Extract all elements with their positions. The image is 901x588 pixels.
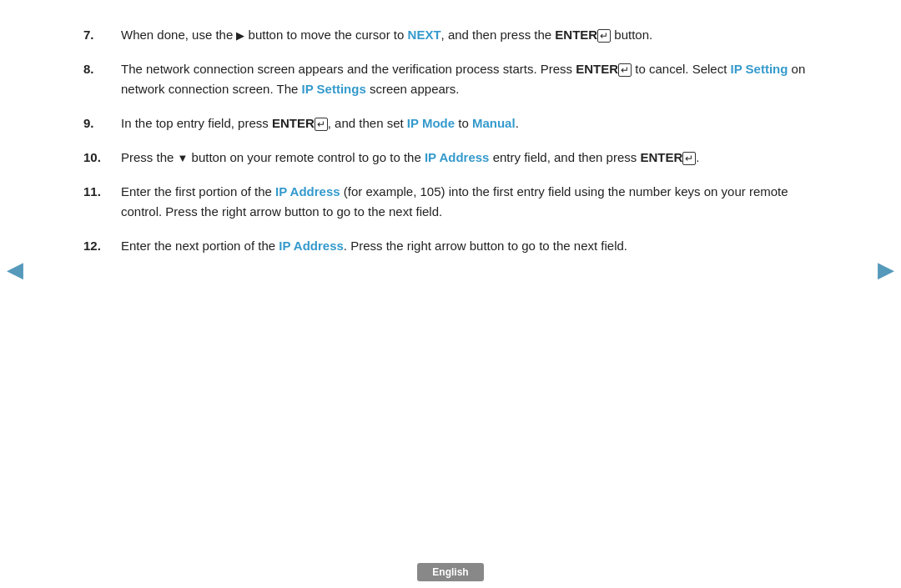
item-number-8: 8. [83,59,121,78]
enter-icon-9: ↵ [315,118,328,131]
item-text-9: In the top entry field, press ENTER↵, an… [121,113,818,133]
manual-link: Manual [472,116,516,130]
right-arrow-symbol: ▶ [236,29,244,42]
list-item: 7. When done, use the ▶ button to move t… [83,25,818,44]
list-item: 10. Press the ▼ button on your remote co… [83,148,818,167]
footer: English [0,556,901,588]
item-number-9: 9. [83,113,121,133]
enter-label-7: ENTER [555,28,597,42]
item-text-8: The network connection screen appears an… [121,59,818,98]
main-content: 7. When done, use the ▶ button to move t… [0,0,901,295]
instruction-list: 7. When done, use the ▶ button to move t… [83,25,818,255]
item-text-10: Press the ▼ button on your remote contro… [121,148,818,167]
item-text-12: Enter the next portion of the IP Address… [121,236,818,255]
item-number-12: 12. [83,236,121,255]
ip-setting-link: IP Setting [731,62,788,76]
list-item: 11. Enter the first portion of the IP Ad… [83,182,818,221]
ip-settings-link: IP Settings [302,82,366,96]
ip-address-link-11: IP Address [275,184,340,199]
enter-label-10: ENTER [640,150,682,164]
list-item: 8. The network connection screen appears… [83,59,818,98]
list-item: 9. In the top entry field, press ENTER↵,… [83,113,818,133]
item-number-10: 10. [83,148,121,167]
enter-label-8: ENTER [576,62,618,76]
ip-mode-link: IP Mode [407,116,455,130]
language-badge: English [417,563,483,581]
next-link: NEXT [408,28,441,42]
enter-icon-7: ↵ [597,29,611,43]
list-item: 12. Enter the next portion of the IP Add… [83,236,818,255]
ip-address-link-12: IP Address [279,239,344,253]
item-text-11: Enter the first portion of the IP Addres… [121,182,818,221]
enter-label-9: ENTER [272,116,315,130]
down-arrow-symbol: ▼ [178,152,189,164]
item-number-11: 11. [83,182,121,201]
ip-address-link-10: IP Address [425,150,490,164]
enter-icon-10: ↵ [682,152,696,165]
enter-icon-8: ↵ [618,63,632,77]
item-text-7: When done, use the ▶ button to move the … [121,25,818,44]
item-number-7: 7. [83,25,121,44]
